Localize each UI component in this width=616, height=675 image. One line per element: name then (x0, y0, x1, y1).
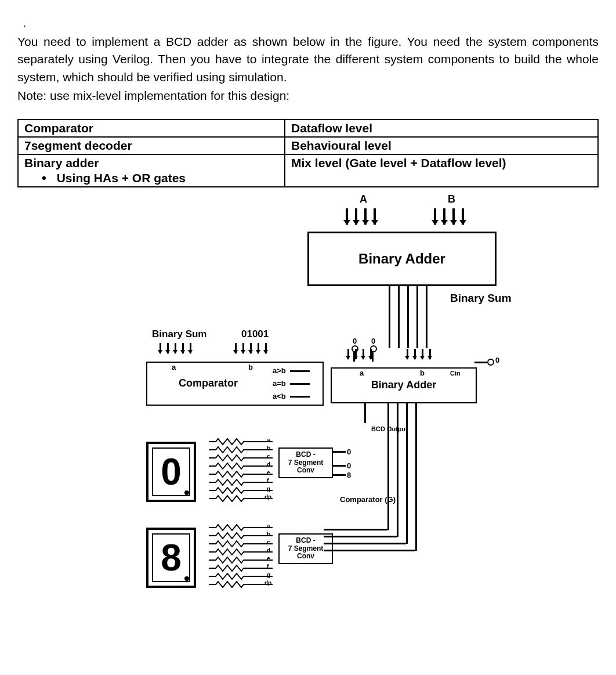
binary-adder-1-box: Binary Adder (307, 232, 497, 286)
pin-b-2: b (267, 531, 270, 537)
ba2-cin: Cin (450, 370, 461, 377)
conv2-label: BCD - 7 Segment Conv (288, 536, 324, 561)
pin-g-1: g (267, 486, 270, 492)
ba2-zero2: 0 (371, 337, 375, 345)
pin-c-2: c (267, 539, 270, 546)
ba2-port-a: a (360, 369, 364, 377)
comp-gt: a>b (273, 366, 286, 375)
comp-port-a: a (172, 363, 176, 371)
cell-comparator: Comparator (18, 120, 285, 137)
arrows-comp-b-icon (232, 343, 270, 353)
binary-adder-sub-label: Using HAs + OR gates (57, 171, 186, 185)
cell-7seg: 7segment decoder (18, 137, 285, 154)
arrows-a-icon (342, 208, 379, 225)
pin-dp-2: dp (264, 580, 271, 586)
pin-a-2: a (267, 523, 270, 529)
conv1-label: BCD - 7 Segment Conv (288, 450, 324, 475)
resistor-row-1-icon (209, 438, 273, 505)
table-row: Binary adder • Using HAs + OR gates Mix … (18, 154, 598, 187)
pin-f-1: f (267, 478, 269, 484)
bcd-adder-figure: A B Binary Adder Binary Sum Binary Sum 0… (17, 193, 599, 623)
problem-paragraph: You need to implement a BCD adder as sho… (17, 33, 599, 86)
mux-mid: 0 (347, 461, 351, 470)
input-a-label: A (360, 193, 367, 205)
ba2-zero-right: 0 (495, 356, 499, 364)
mux-8: 8 (347, 471, 351, 479)
leading-dot: . (23, 17, 599, 30)
input-b-label: B (448, 193, 455, 205)
comparator-g-label: Comparator (G) (340, 495, 396, 504)
pin-a-1: a (267, 437, 270, 443)
pin-c-1: c (267, 453, 270, 460)
binary-adder-subitem: • Using HAs + OR gates (24, 171, 278, 185)
seven-seg-display-2: 8 (146, 528, 196, 588)
pin-b-1: b (267, 445, 270, 452)
decimal-point-icon (184, 576, 189, 581)
pin-e-1: e (267, 470, 270, 476)
binary-sum-left-label: Binary Sum (152, 329, 206, 340)
table-row: 7segment decoder Behavioural level (18, 137, 598, 154)
cell-mixlevel: Mix level (Gate level + Dataflow level) (285, 154, 598, 187)
bcd-7seg-conv-2: BCD - 7 Segment Conv (278, 533, 333, 564)
pin-f-2: f (267, 564, 269, 570)
comp-lt: a<b (273, 392, 286, 400)
arrows-ba2-b-icon (404, 349, 434, 359)
cell-dataflow: Dataflow level (285, 120, 598, 137)
comp-eq: a=b (273, 379, 286, 388)
arrows-comp-a-icon (157, 343, 194, 353)
arrows-ba2-a-icon (345, 349, 375, 359)
cell-binary-adder: Binary adder • Using HAs + OR gates (18, 154, 285, 187)
binary-sum-right-label: Binary Sum (450, 292, 512, 305)
pin-g-2: g (267, 572, 270, 578)
pin-d-1: d (267, 461, 270, 468)
comp-port-b: b (248, 363, 253, 371)
bcd-output-label: BCD Output (371, 425, 408, 432)
note-line: Note: use mix-level implementation for t… (17, 87, 599, 104)
pin-dp-1: dp (264, 494, 271, 500)
decimal-point-icon (184, 490, 189, 495)
seven-seg-display-1: 0 (146, 442, 196, 502)
ba2-port-b: b (420, 369, 425, 377)
pin-e-2: e (267, 555, 270, 562)
bcd-7seg-conv-1: BCD - 7 Segment Conv (278, 447, 333, 478)
binary-adder-label: Binary adder (24, 156, 99, 169)
mux-0: 0 (347, 447, 351, 456)
arrows-b-icon (430, 208, 468, 225)
ba2-zero1: 0 (353, 337, 357, 345)
requirements-table: Comparator Dataflow level 7segment decod… (17, 119, 599, 187)
comparator-title: Comparator (179, 377, 238, 389)
const-01001: 01001 (241, 329, 269, 340)
cell-behavioural: Behavioural level (285, 137, 598, 154)
resistor-row-2-icon (209, 524, 273, 591)
table-row: Comparator Dataflow level (18, 120, 598, 137)
bullet-icon: • (42, 172, 46, 185)
pin-d-2: d (267, 547, 270, 554)
